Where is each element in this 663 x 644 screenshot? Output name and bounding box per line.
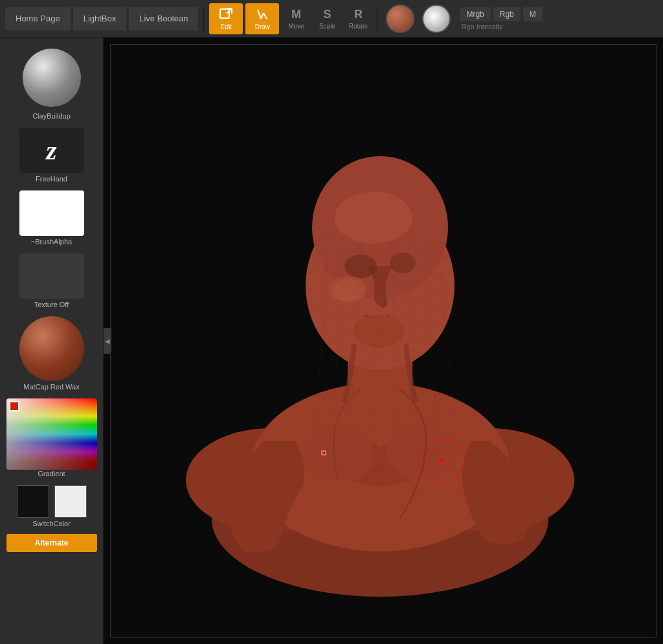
svg-line-4 [264,13,267,19]
alpha-label: ~BrushAlpha [31,238,72,246]
color-swatch-white[interactable] [54,485,87,518]
draw-icon [254,6,270,22]
rgb-section: Mrgb Rgb M Rgb Intensity [460,7,542,30]
tool-rotate-button[interactable]: R Rotate [344,3,372,34]
rotate-icon: R [354,8,363,21]
tab-liveboolean[interactable]: Live Boolean [129,7,198,30]
color-picker-dark-overlay [6,398,97,470]
matcap-sphere [19,316,84,381]
texture-label: Texture Off [34,301,69,308]
svg-line-2 [258,10,261,19]
freehand-item[interactable]: z FreeHand [4,125,100,185]
brushalpha-item[interactable]: ~BrushAlpha [4,188,100,248]
move-icon: M [291,8,301,21]
svg-line-3 [261,13,264,19]
zadd-sphere-button[interactable] [422,5,451,33]
color-indicator [9,401,19,411]
rgb-button[interactable]: Rgb [493,7,521,21]
tool-edit-button[interactable]: Edit [209,3,243,34]
matcap-sphere-button[interactable] [386,5,414,33]
brush-preview [19,45,84,110]
separator-2 [377,6,378,32]
main-layout: ClayBuildup z FreeHand ~BrushAlpha Textu… [0,38,663,644]
rgb-buttons: Mrgb Rgb M [460,7,542,21]
matcap-item[interactable]: MatCap Red Wax [4,314,100,393]
texture-item[interactable]: Texture Off [4,251,100,311]
top-nav-bar: Home Page LightBox Live Boolean Edit Dra… [0,0,663,38]
clay-sphere-preview [23,49,81,107]
tab-lightbox[interactable]: LightBox [73,7,127,30]
alpha-preview [19,190,84,236]
m-button[interactable]: M [523,7,543,21]
freehand-label: FreeHand [36,175,67,183]
gradient-label: Gradient [38,470,65,477]
freehand-preview: z [19,128,84,173]
left-sidebar: ClayBuildup z FreeHand ~BrushAlpha Textu… [0,38,104,644]
freehand-z-icon: z [46,137,56,164]
rgb-intensity-label: Rgb Intensity [460,23,542,30]
switch-color-row [17,485,87,518]
separator-1 [203,6,204,32]
color-picker-item[interactable]: Gradient [4,396,100,480]
scale-icon: S [323,8,331,21]
mrgb-button[interactable]: Mrgb [460,7,490,21]
svg-rect-0 [220,9,229,18]
viewport[interactable]: ◀ [104,38,663,644]
tab-home[interactable]: Home Page [5,7,71,30]
color-swatch-black[interactable] [17,485,49,518]
brush-item[interactable]: ClayBuildup [4,43,100,122]
side-toggle-icon: ◀ [105,338,110,345]
side-toggle[interactable]: ◀ [104,328,111,354]
tool-scale-button[interactable]: S Scale [313,3,341,34]
switchcolor-item[interactable]: SwitchColor [4,483,100,530]
matcap-label: MatCap Red Wax [23,383,79,391]
color-picker-gradient [6,398,97,470]
alternate-button[interactable]: Alternate [6,534,97,552]
tool-move-button[interactable]: M Move [282,3,310,34]
viewport-border [110,44,657,638]
texture-preview [19,253,84,299]
color-picker-widget[interactable] [6,398,97,470]
switchcolor-label: SwitchColor [32,520,71,527]
edit-icon [218,6,234,22]
tool-draw-button[interactable]: Draw [245,3,279,34]
brush-label: ClayBuildup [32,112,71,120]
